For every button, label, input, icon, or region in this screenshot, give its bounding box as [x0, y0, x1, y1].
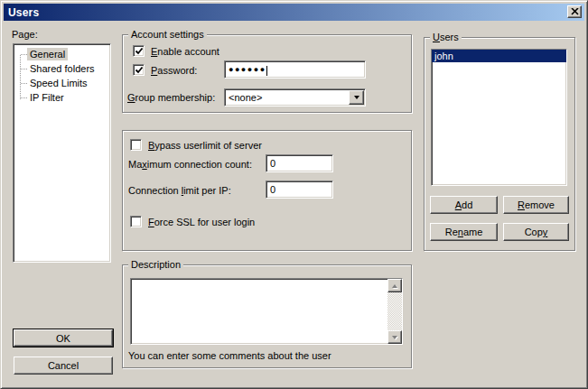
- connection-limits-group: Bypass userlimit of server Maximum conne…: [122, 130, 412, 251]
- remove-button[interactable]: Remove: [503, 196, 569, 214]
- check-icon: [135, 47, 144, 56]
- tree-item-shared-folders[interactable]: Shared folders: [14, 61, 98, 76]
- close-button[interactable]: [567, 5, 582, 18]
- account-settings-title: Account settings: [128, 28, 207, 41]
- users-group-title: Users: [430, 31, 462, 43]
- group-membership-label: Group membership:: [127, 92, 215, 103]
- close-icon: [571, 8, 579, 15]
- page-tree[interactable]: General Shared folders Speed Limits IP F…: [13, 43, 111, 263]
- password-label: Password:: [151, 65, 197, 76]
- tree-item-label: IP Filter: [27, 91, 67, 104]
- enable-account-checkbox[interactable]: [133, 45, 145, 57]
- users-dialog: Users Page: General Shared folders Speed…: [0, 0, 588, 389]
- window-title: Users: [4, 6, 39, 19]
- rename-button[interactable]: Rename: [430, 223, 498, 241]
- password-input[interactable]: ●●●●●●: [224, 60, 366, 79]
- force-ssl-checkbox[interactable]: [130, 216, 142, 227]
- password-checkbox[interactable]: [133, 64, 145, 76]
- tree-item-label: Speed Limits: [27, 77, 90, 89]
- scroll-up-button[interactable]: [387, 279, 402, 292]
- tree-item-label: General: [27, 48, 68, 60]
- force-ssl-label: Force SSL for user login: [148, 217, 255, 227]
- max-connection-input[interactable]: 0: [266, 154, 333, 172]
- tree-branch-icon: [21, 97, 27, 98]
- group-membership-select[interactable]: <none>: [224, 88, 366, 107]
- page-label: Page:: [12, 29, 38, 40]
- user-list-item[interactable]: john: [432, 50, 566, 62]
- scroll-down-button[interactable]: [387, 330, 402, 344]
- tree-item-general[interactable]: General: [14, 47, 68, 61]
- tree-item-speed-limits[interactable]: Speed Limits: [14, 76, 90, 90]
- bypass-userlimit-checkbox[interactable]: [130, 139, 142, 151]
- tree-item-ip-filter[interactable]: IP Filter: [14, 90, 67, 105]
- add-button[interactable]: Add: [430, 196, 498, 214]
- dropdown-button[interactable]: [349, 90, 364, 105]
- chevron-down-icon: [354, 96, 359, 99]
- bypass-userlimit-label: Bypass userlimit of server: [148, 140, 262, 151]
- arrow-down-icon: [392, 336, 397, 339]
- group-membership-value: <none>: [229, 92, 262, 103]
- users-group: Users john Add Remove Rename Copy: [424, 37, 575, 251]
- cancel-button[interactable]: Cancel: [14, 357, 113, 375]
- titlebar[interactable]: Users: [4, 4, 584, 21]
- scrollbar-track[interactable]: [387, 292, 402, 330]
- users-listbox[interactable]: john: [431, 49, 567, 186]
- description-hint: You can enter some comments about the us…: [128, 350, 331, 361]
- copy-button[interactable]: Copy: [503, 223, 569, 241]
- ip-limit-input[interactable]: 0: [266, 181, 333, 199]
- tree-branch-icon: [21, 69, 27, 69]
- tree-branch-icon: [21, 83, 27, 84]
- arrow-up-icon: [392, 284, 397, 288]
- tree-branch-icon: [21, 54, 27, 55]
- tree-item-label: Shared folders: [27, 62, 98, 75]
- check-icon: [135, 66, 144, 75]
- ip-limit-label: Connection limit per IP:: [128, 185, 231, 196]
- max-connection-label: Maximum connection count:: [128, 159, 252, 170]
- description-title: Description: [128, 258, 183, 271]
- description-group: Description You can enter some comments …: [122, 264, 412, 368]
- account-settings-group: Account settings Enable account Password…: [122, 34, 412, 113]
- description-textarea[interactable]: [130, 278, 403, 345]
- ok-button[interactable]: OK: [14, 329, 113, 347]
- enable-account-label: Enable account: [151, 46, 219, 57]
- description-scrollbar[interactable]: [387, 279, 402, 344]
